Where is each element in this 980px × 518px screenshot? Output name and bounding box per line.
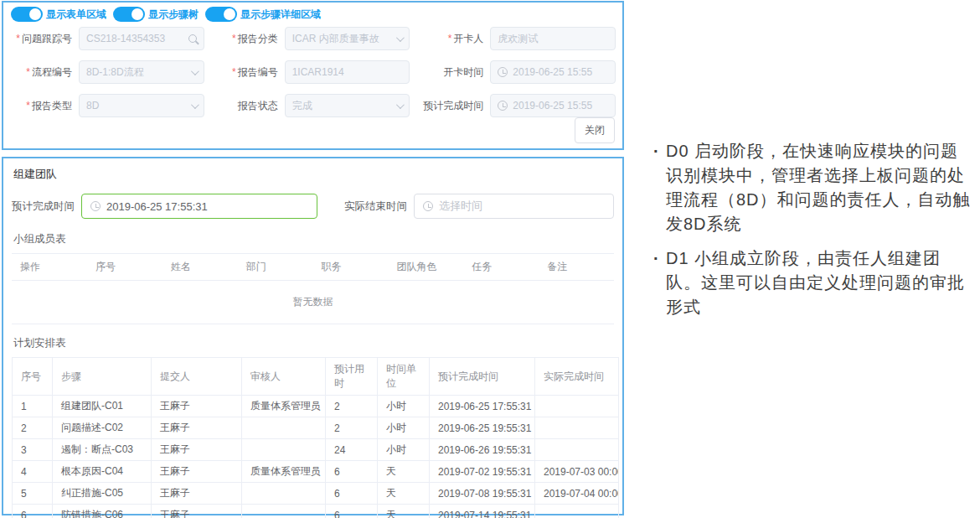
table-cell: 24 [326, 439, 378, 461]
required-asterisk: * [448, 33, 452, 44]
table-cell: 6 [326, 483, 378, 505]
open-time-picker[interactable]: 2019-06-25 15:55 [490, 60, 616, 84]
table-cell: 王麻子 [152, 505, 242, 518]
table-row[interactable]: 6防错措施-C06王麻子6天2019-07-14 19:55:31 [13, 505, 619, 518]
table-cell: 2019-07-14 19:55:31 [430, 505, 535, 518]
display-toggles-row: 显示表单区域 显示步骤树 显示步骤详细区域 [3, 3, 622, 23]
step-tree-toggle[interactable] [113, 7, 145, 22]
table-cell: 5 [13, 483, 53, 505]
field-label: *报告分类 [211, 32, 285, 46]
column-header: 预计完成时间 [430, 358, 535, 396]
expected-finish-picker[interactable]: 2019-06-25 15:55 [490, 94, 616, 117]
report-status-select[interactable]: 完成 [285, 94, 410, 117]
chevron-down-icon [396, 34, 405, 42]
table-cell [535, 439, 619, 461]
select-value: 8D [86, 100, 186, 111]
field-label: *流程编号 [5, 65, 79, 80]
table-cell: 2019-07-03 00:00:00 [535, 461, 619, 483]
table-cell: 1 [13, 396, 53, 417]
field-report-no: *报告编号 1ICAR1914 [211, 60, 410, 84]
toggle-label: 显示步骤详细区域 [240, 8, 321, 22]
column-header: 预计用时 [326, 358, 378, 396]
table-cell: 王麻子 [152, 417, 242, 439]
panel-title: 组建团队 [13, 167, 614, 182]
table-row[interactable]: 3遏制：断点-C03王麻子24小时2019-06-26 19:55:31 [13, 439, 619, 461]
table-row[interactable]: 5纠正措施-C05王麻子6天2019-07-08 19:55:312019-07… [13, 483, 619, 505]
input-value: 2019-06-25 15:55 [513, 66, 608, 78]
required-asterisk: * [26, 100, 30, 111]
field-label: 报告状态 [211, 99, 285, 113]
column-header: 团队角色 [388, 254, 463, 281]
form-area-toggle[interactable] [11, 7, 43, 22]
plan-table-body: 1组建团队-C01王麻子质量体系管理员2小时2019-06-25 17:55:3… [13, 396, 619, 518]
team-time-row: 预计完成时间 2019-06-25 17:55:31 实际结束时间 选择时间 [12, 194, 614, 219]
plan-table: 序号步骤提交人审核人预计用时时间单位预计完成时间实际完成时间 1组建团队-C01… [12, 357, 619, 518]
column-header: 序号 [87, 254, 162, 281]
field-report-category: *报告分类 ICAR 内部质量事故 [211, 27, 410, 50]
required-asterisk: * [232, 66, 236, 78]
flow-no-select[interactable]: 8D-1:8D流程 [79, 60, 204, 84]
chevron-down-icon [191, 67, 199, 75]
column-header: 姓名 [162, 254, 238, 281]
search-icon [188, 34, 197, 43]
report-category-select[interactable]: ICAR 内部质量事故 [285, 27, 410, 50]
toggle-label: 显示表单区域 [46, 8, 106, 22]
table-cell: 2 [13, 417, 53, 439]
table-row[interactable]: 1组建团队-C01王麻子质量体系管理员2小时2019-06-25 17:55:3… [13, 396, 619, 417]
table-cell: 2019-07-04 00:00:00 [535, 483, 619, 505]
column-header: 步骤 [53, 358, 152, 396]
field-report-status: 报告状态 完成 [211, 94, 410, 117]
table-cell: 3 [13, 439, 53, 461]
expected-finish-time-picker[interactable]: 2019-06-25 17:55:31 [81, 194, 317, 219]
table-cell: 2019-07-02 19:55:31 [430, 461, 535, 483]
card-opener-input[interactable]: 虎欢测试 [490, 27, 616, 50]
table-cell: 组建团队-C01 [53, 396, 152, 417]
table-cell: 2019-06-25 17:55:31 [430, 396, 535, 417]
table-cell: 王麻子 [152, 439, 242, 461]
chevron-down-icon [396, 101, 405, 109]
report-type-select[interactable]: 8D [79, 94, 204, 117]
table-cell: 根本原因-C04 [53, 461, 152, 483]
column-header: 序号 [13, 358, 53, 396]
toggle-label: 显示步骤树 [148, 8, 199, 22]
table-cell: 天 [378, 483, 430, 505]
table-cell [242, 483, 326, 505]
table-cell: 天 [378, 461, 430, 483]
table-row[interactable]: 4根本原因-C04王麻子质量体系管理员6天2019-07-02 19:55:31… [13, 461, 619, 483]
table-row[interactable]: 2问题描述-C02王麻子2小时2019-06-25 19:55:31 [13, 417, 619, 439]
toggle-step-detail-area: 显示步骤详细区域 [205, 7, 321, 22]
clock-icon [423, 201, 433, 211]
input-value: 1ICAR1914 [292, 66, 403, 78]
input-value: CS218-14354353 [86, 33, 183, 44]
plan-table-header-row: 序号步骤提交人审核人预计用时时间单位预计完成时间实际完成时间 [13, 358, 619, 396]
table-cell: 问题描述-C02 [53, 417, 152, 439]
table-cell: 质量体系管理员 [242, 396, 326, 417]
field-label: 开卡时间 [416, 65, 490, 80]
table-cell: 2019-06-25 19:55:31 [430, 417, 535, 439]
table-cell: 2 [326, 417, 378, 439]
column-header: 任务 [463, 254, 539, 281]
field-label: 实际结束时间 [344, 199, 407, 214]
report-no-input[interactable]: 1ICAR1914 [285, 60, 410, 84]
note-d1: D1 小组成立阶段，由责任人组建团队。这里可以自由定义处理问题的审批形式 [653, 246, 972, 319]
table-cell: 天 [378, 505, 430, 518]
column-header: 部门 [238, 254, 313, 281]
column-header: 职务 [313, 254, 389, 281]
field-label: *问题跟踪号 [5, 32, 79, 46]
table-cell: 王麻子 [152, 483, 242, 505]
required-asterisk: * [232, 33, 236, 44]
table-cell [242, 439, 326, 461]
step-detail-toggle[interactable] [205, 7, 237, 22]
required-asterisk: * [26, 66, 30, 78]
column-header: 时间单位 [378, 358, 430, 396]
actual-end-time-picker[interactable]: 选择时间 [414, 194, 614, 219]
issue-no-input[interactable]: CS218-14354353 [79, 27, 204, 50]
table-cell: 遏制：断点-C03 [53, 439, 152, 461]
field-label: 预计完成时间 [12, 199, 75, 214]
form-panel: 显示表单区域 显示步骤树 显示步骤详细区域 *问题跟踪号 CS218-14354… [2, 1, 624, 150]
table-cell [535, 396, 619, 417]
clock-icon [90, 201, 101, 211]
close-button[interactable]: 关闭 [575, 117, 615, 143]
field-report-type: *报告类型 8D [5, 94, 204, 117]
select-value: 完成 [292, 99, 392, 113]
